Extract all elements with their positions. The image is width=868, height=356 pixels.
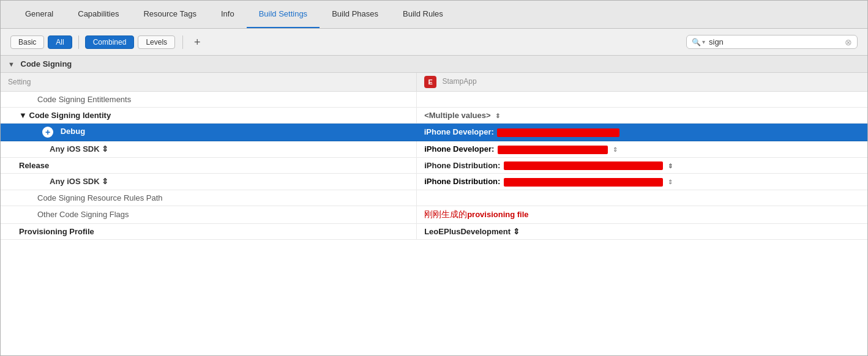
row-resource-rules-path: Code Signing Resource Rules Path	[1, 190, 867, 206]
row-debug-any-ios-sdk: Any iOS SDK ⇕ iPhone Developer: ⇕	[1, 141, 867, 158]
app-name: StampApp	[443, 77, 477, 86]
search-box: 🔍 ▾ ⊗	[686, 35, 858, 49]
tab-general[interactable]: General	[13, 1, 65, 28]
app-icon: E	[424, 76, 436, 88]
search-clear-button[interactable]: ⊗	[845, 38, 852, 46]
setting-label-debug: + Debug	[1, 124, 417, 141]
tab-capabilities[interactable]: Capabilities	[65, 1, 131, 28]
debug-value-prefix: iPhone Developer:	[424, 127, 494, 136]
multiple-values-text: <Multiple values>	[424, 111, 490, 120]
all-button[interactable]: All	[48, 35, 72, 49]
search-arrow: ▾	[702, 39, 705, 45]
setting-label-release: Release	[1, 157, 417, 174]
chinese-text: 刚刚生成的	[424, 209, 467, 219]
section-header-code-signing[interactable]: ▼ Code Signing	[1, 56, 867, 73]
debug-sdk-redacted	[498, 146, 608, 154]
setting-value-debug-sdk: iPhone Developer: ⇕	[417, 141, 867, 158]
identity-stepper[interactable]: ⇕	[495, 113, 500, 119]
tab-build-settings[interactable]: Build Settings	[247, 1, 320, 28]
search-input[interactable]	[709, 37, 841, 46]
col-header-value: E StampApp	[417, 73, 867, 92]
section-title: Code Signing	[21, 59, 72, 69]
search-icon-wrap: 🔍 ▾	[692, 38, 705, 46]
identity-label: Code Signing Identity	[29, 111, 111, 120]
add-button[interactable]: +	[190, 37, 204, 48]
setting-label-provisioning: Provisioning Profile	[1, 223, 417, 239]
release-stepper[interactable]: ⇕	[668, 163, 673, 169]
tab-build-rules[interactable]: Build Rules	[391, 1, 455, 28]
setting-value-provisioning: LeoEPlusDevelopment ⇕	[417, 223, 867, 239]
setting-value-identity: <Multiple values> ⇕	[417, 108, 867, 124]
row-release-any-ios-sdk: Any iOS SDK ⇕ iPhone Distribution: ⇕	[1, 174, 867, 190]
col-header-setting: Setting	[1, 73, 417, 92]
column-headers: Setting E StampApp	[1, 73, 867, 92]
debug-value-redacted	[497, 128, 619, 137]
row-code-signing-entitlements: Code Signing Entitlements	[1, 92, 867, 108]
divider-1	[78, 35, 79, 49]
setting-value-release-sdk: iPhone Distribution: ⇕	[417, 174, 867, 190]
release-sdk-stepper[interactable]: ⇕	[668, 179, 673, 185]
settings-table: ▼ Code Signing Setting E StampApp Code S…	[1, 56, 867, 240]
row-code-signing-identity: ▼ Code Signing Identity <Multiple values…	[1, 108, 867, 124]
content-area: ▼ Code Signing Setting E StampApp Code S…	[1, 56, 867, 355]
release-sdk-redacted	[504, 178, 663, 187]
tab-info[interactable]: Info	[209, 1, 247, 28]
toolbar: Basic All Combined Levels + 🔍 ▾ ⊗	[1, 29, 867, 56]
setting-value-debug: iPhone Developer:	[417, 124, 867, 141]
setting-label-identity: ▼ Code Signing Identity	[1, 108, 417, 124]
setting-value-release: iPhone Distribution: ⇕	[417, 157, 867, 174]
setting-label-debug-sdk: Any iOS SDK ⇕	[1, 141, 417, 158]
setting-value-other-flags: 刚刚生成的provisioning file	[417, 206, 867, 223]
divider-2	[182, 35, 183, 49]
debug-sdk-stepper[interactable]: ⇕	[613, 146, 618, 153]
row-release: Release iPhone Distribution: ⇕	[1, 157, 867, 174]
identity-triangle-icon: ▼	[19, 111, 27, 120]
levels-button[interactable]: Levels	[138, 35, 175, 49]
setting-label-other-flags: Other Code Signing Flags	[1, 206, 417, 223]
release-sdk-prefix: iPhone Distribution:	[424, 177, 500, 186]
main-window: General Capabilities Resource Tags Info …	[0, 0, 868, 356]
debug-label: Debug	[61, 127, 85, 136]
setting-value-entitlements	[417, 92, 867, 108]
debug-sdk-prefix: iPhone Developer:	[424, 144, 494, 154]
row-debug[interactable]: + Debug iPhone Developer:	[1, 124, 867, 141]
provisioning-file-text: provisioning file	[467, 210, 528, 219]
row-other-flags: Other Code Signing Flags 刚刚生成的provisioni…	[1, 206, 867, 223]
triangle-icon: ▼	[8, 61, 15, 68]
tab-build-phases[interactable]: Build Phases	[320, 1, 391, 28]
setting-label-release-sdk: Any iOS SDK ⇕	[1, 174, 417, 190]
setting-label-resource-rules: Code Signing Resource Rules Path	[1, 190, 417, 206]
row-provisioning-profile: Provisioning Profile LeoEPlusDevelopment…	[1, 223, 867, 239]
setting-value-resource-rules	[417, 190, 867, 206]
release-prefix: iPhone Distribution:	[424, 161, 500, 170]
search-icon: 🔍	[692, 38, 701, 46]
setting-label-entitlements: Code Signing Entitlements	[1, 92, 417, 108]
add-icon: +	[42, 127, 53, 138]
tab-resource-tags[interactable]: Resource Tags	[131, 1, 208, 28]
combined-button[interactable]: Combined	[85, 35, 135, 49]
tab-bar: General Capabilities Resource Tags Info …	[1, 1, 867, 29]
basic-button[interactable]: Basic	[10, 35, 44, 49]
release-redacted	[504, 161, 663, 170]
